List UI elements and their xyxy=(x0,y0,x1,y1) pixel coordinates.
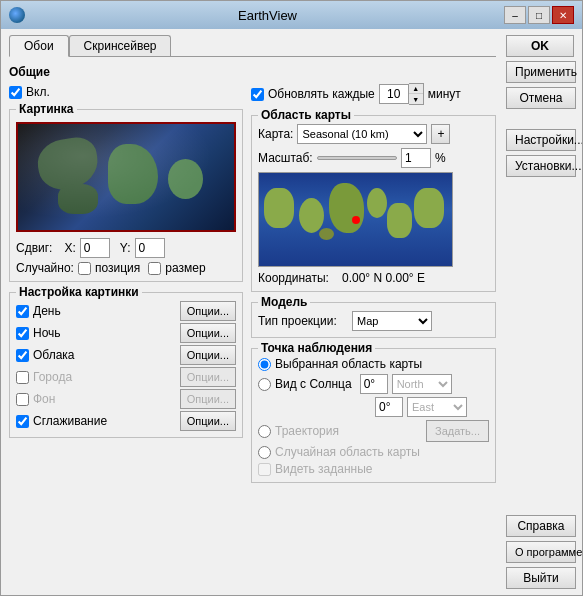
viewpoint-trajectory-radio[interactable] xyxy=(258,425,271,438)
cities-options-btn: Опции... xyxy=(180,367,236,387)
position-label: позиция xyxy=(95,261,140,275)
viewpoint-sun-row: Вид с Солнца North South xyxy=(258,374,489,394)
night-label: Ночь xyxy=(33,326,176,340)
viewpoint-sun-radio[interactable] xyxy=(258,378,271,391)
update-value-input[interactable] xyxy=(379,84,409,104)
smoothing-options-btn[interactable]: Опции... xyxy=(180,411,236,431)
viewpoint-selected-radio[interactable] xyxy=(258,358,271,371)
viewpoint-show-row: Видеть заданные xyxy=(258,462,489,476)
update-checkbox[interactable] xyxy=(251,88,264,101)
two-col-layout: Общие Вкл. Картинка xyxy=(9,65,496,483)
cities-label: Города xyxy=(33,370,176,384)
shift-row: Сдвиг: X: Y: xyxy=(16,238,236,258)
viewpoint-selected-row: Выбранная область карты xyxy=(258,357,489,371)
show-defined-label: Видеть заданные xyxy=(275,462,372,476)
right-column: Обновлять каждые ▲ ▼ минут Область карт xyxy=(251,65,496,483)
night-row: Ночь Опции... xyxy=(16,323,236,343)
sun-north-input[interactable] xyxy=(360,374,388,394)
background-checkbox[interactable] xyxy=(16,393,29,406)
clouds-label: Облака xyxy=(33,348,176,362)
scale-label: Масштаб: xyxy=(258,151,313,165)
x-label: X: xyxy=(64,241,75,255)
sun-east-input[interactable] xyxy=(375,397,403,417)
title-bar: EarthView – □ ✕ xyxy=(1,1,582,29)
update-unit: минут xyxy=(428,87,461,101)
night-checkbox[interactable] xyxy=(16,327,29,340)
night-options-btn[interactable]: Опции... xyxy=(180,323,236,343)
map-select[interactable]: Seasonal (10 km) Day/Night Clouds xyxy=(297,124,427,144)
size-checkbox[interactable] xyxy=(148,262,161,275)
spin-up-btn[interactable]: ▲ xyxy=(409,84,423,94)
spin-down-btn[interactable]: ▼ xyxy=(409,94,423,104)
tab-bar: Обои Скринсейвер xyxy=(9,35,496,57)
day-label: День xyxy=(33,304,176,318)
scale-input[interactable] xyxy=(401,148,431,168)
viewpoint-selected-label: Выбранная область карты xyxy=(275,357,422,371)
tab-wallpaper[interactable]: Обои xyxy=(9,35,69,57)
close-button[interactable]: ✕ xyxy=(552,6,574,24)
viewpoint-random-radio[interactable] xyxy=(258,446,271,459)
scale-unit: % xyxy=(435,151,446,165)
y-label: Y: xyxy=(120,241,131,255)
background-options-btn: Опции... xyxy=(180,389,236,409)
map-area-group: Область карты Карта: Seasonal (10 km) Da… xyxy=(251,115,496,292)
clouds-checkbox[interactable] xyxy=(16,349,29,362)
viewpoint-sun-east-row: East West xyxy=(276,397,489,417)
viewpoint-trajectory-label: Траектория xyxy=(275,424,422,438)
picture-group: Картинка Сдвиг: xyxy=(9,109,243,282)
day-row: День Опции... xyxy=(16,301,236,321)
smoothing-row: Сглаживание Опции... xyxy=(16,411,236,431)
map-area-label: Область карты xyxy=(258,108,354,122)
tab-screensaver[interactable]: Скринсейвер xyxy=(69,35,172,56)
apply-button[interactable]: Применить xyxy=(506,61,576,83)
about-button[interactable]: О программе... xyxy=(506,541,576,563)
cities-checkbox[interactable] xyxy=(16,371,29,384)
exit-button[interactable]: Выйти xyxy=(506,567,576,589)
main-window: EarthView – □ ✕ Обои Скринсейвер Общие xyxy=(0,0,583,596)
random-label: Случайно: xyxy=(16,261,74,275)
settings-button[interactable]: Настройки... xyxy=(506,129,576,151)
projection-label: Тип проекции: xyxy=(258,314,348,328)
enable-label: Вкл. xyxy=(26,85,50,99)
cities-row: Города Опции... xyxy=(16,367,236,387)
viewpoint-random-label: Случайная область карты xyxy=(275,445,420,459)
y-input[interactable] xyxy=(135,238,165,258)
install-button[interactable]: Установки... xyxy=(506,155,576,177)
enable-checkbox[interactable] xyxy=(9,86,22,99)
projection-row: Тип проекции: Map Globe Flat xyxy=(258,311,489,331)
x-input[interactable] xyxy=(80,238,110,258)
help-button[interactable]: Справка xyxy=(506,515,576,537)
projection-select[interactable]: Map Globe Flat xyxy=(352,311,432,331)
day-checkbox[interactable] xyxy=(16,305,29,318)
map-label: Карта: xyxy=(258,127,293,141)
clouds-options-btn[interactable]: Опции... xyxy=(180,345,236,365)
day-options-btn[interactable]: Опции... xyxy=(180,301,236,321)
random-row: Случайно: позиция размер xyxy=(16,261,236,275)
restore-button[interactable]: □ xyxy=(528,6,550,24)
model-section-label: Модель xyxy=(258,295,310,309)
spin-buttons: ▲ ▼ xyxy=(409,83,424,105)
north-select[interactable]: North South xyxy=(392,374,452,394)
content-area: Обои Скринсейвер Общие Вкл. Картинка xyxy=(1,29,582,595)
viewpoint-random-row: Случайная область карты xyxy=(258,445,489,459)
scale-slider[interactable] xyxy=(317,156,397,160)
east-select[interactable]: East West xyxy=(407,397,467,417)
viewpoint-sun-label: Вид с Солнца xyxy=(275,377,352,391)
smoothing-checkbox[interactable] xyxy=(16,415,29,428)
minimize-button[interactable]: – xyxy=(504,6,526,24)
viewpoint-group: Точка наблюдения Выбранная область карты… xyxy=(251,348,496,483)
picture-settings-label: Настройка картинки xyxy=(16,285,142,299)
ok-button[interactable]: OK xyxy=(506,35,574,57)
map-preview[interactable] xyxy=(258,172,453,267)
right-panel: OK Применить Отмена Настройки... Установ… xyxy=(502,29,582,595)
trajectory-btn: Задать... xyxy=(426,420,489,442)
earth-preview xyxy=(16,122,236,232)
background-row: Фон Опции... xyxy=(16,389,236,409)
general-section-label: Общие xyxy=(9,65,243,79)
main-panel: Обои Скринсейвер Общие Вкл. Картинка xyxy=(1,29,502,595)
window-title: EarthView xyxy=(31,8,504,23)
map-add-btn[interactable]: + xyxy=(431,124,450,144)
left-column: Общие Вкл. Картинка xyxy=(9,65,243,483)
cancel-button[interactable]: Отмена xyxy=(506,87,576,109)
position-checkbox[interactable] xyxy=(78,262,91,275)
